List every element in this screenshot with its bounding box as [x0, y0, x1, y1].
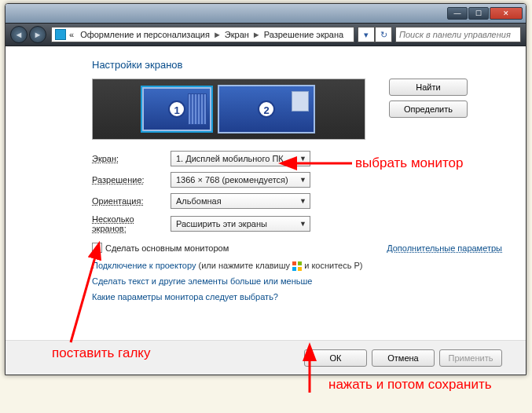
chevron-down-icon: ▼	[299, 220, 306, 228]
nav-forward-button[interactable]: ►	[29, 26, 46, 43]
minimize-button[interactable]: —	[447, 7, 468, 20]
content-area: Настройки экранов 1 2 Найти Определить Э…	[6, 48, 526, 375]
text-size-link[interactable]: Сделать текст и другие элементы больше и…	[92, 276, 312, 286]
ok-button[interactable]: ОК	[304, 349, 367, 367]
breadcrumb-sep: ►	[213, 30, 222, 39]
page-title: Настройки экранов	[92, 59, 502, 71]
which-settings-link[interactable]: Какие параметры монитора следует выбрать…	[92, 292, 278, 302]
monitor-badge: 1	[168, 101, 185, 118]
advanced-settings-link[interactable]: Дополнительные параметры	[387, 243, 502, 253]
multi-value: Расширить эти экраны	[176, 219, 267, 228]
make-primary-checkbox[interactable]	[92, 243, 102, 253]
breadcrumb-root[interactable]: «	[69, 30, 74, 39]
cancel-button[interactable]: Отмена	[372, 349, 435, 367]
annotation-press-save: нажать и потом сохранить	[328, 377, 492, 393]
address-dropdown-button[interactable]: ▾	[358, 27, 375, 42]
multi-display-dropdown[interactable]: Расширить эти экраны ▼	[171, 216, 310, 232]
make-primary-label: Сделать основным монитором	[105, 243, 229, 253]
breadcrumb-item-appearance[interactable]: Оформление и персонализация	[80, 30, 210, 39]
projector-hint-text: (или нажмите клавишу	[199, 261, 291, 270]
dialog-footer: ОК Отмена Применить	[6, 340, 526, 375]
links-block: Подключение к проектору (или нажмите кла…	[92, 258, 502, 305]
control-panel-icon	[55, 29, 66, 40]
monitor-preview-area[interactable]: 1 2	[92, 79, 365, 140]
breadcrumb-sep: ►	[252, 30, 261, 39]
orientation-value: Альбомная	[176, 196, 222, 206]
nav-back-button[interactable]: ◄	[10, 26, 28, 43]
maximize-button[interactable]: ☐	[468, 7, 489, 20]
close-button[interactable]: ✕	[490, 7, 523, 20]
refresh-button[interactable]: ↻	[375, 27, 392, 42]
breadcrumb-item-resolution[interactable]: Разрешение экрана	[264, 30, 343, 39]
projector-hint-text2: и коснитесь P)	[304, 261, 362, 270]
chevron-down-icon: ▼	[299, 155, 306, 163]
chevron-down-icon: ▼	[299, 197, 306, 205]
detect-button[interactable]: Определить	[389, 101, 468, 118]
multi-label: Несколько экранов:	[92, 214, 171, 233]
find-button[interactable]: Найти	[389, 79, 468, 96]
windows-key-icon	[292, 261, 302, 271]
control-panel-window: — ☐ ✕ ◄ ► « Оформление и персонализация …	[5, 3, 526, 375]
resolution-dropdown[interactable]: 1366 × 768 (рекомендуется) ▼	[171, 172, 310, 188]
connect-projector-link[interactable]: Подключение к проектору	[92, 261, 196, 270]
screen-dropdown[interactable]: 1. Дисплей мобильного ПК ▼	[171, 151, 310, 166]
apply-button[interactable]: Применить	[439, 349, 502, 367]
orientation-label: Ориентация:	[92, 196, 171, 206]
monitor-1[interactable]: 1	[142, 87, 211, 131]
chevron-down-icon: ▼	[299, 176, 306, 184]
breadcrumb-item-display[interactable]: Экран	[225, 30, 249, 39]
orientation-dropdown[interactable]: Альбомная ▼	[171, 193, 310, 209]
screen-value: 1. Дисплей мобильного ПК	[176, 154, 284, 163]
monitor-decoration	[292, 91, 309, 111]
monitor-badge: 2	[258, 101, 275, 118]
screen-label: Экран:	[92, 154, 171, 163]
monitor-2[interactable]: 2	[218, 85, 315, 133]
nav-toolbar: ◄ ► « Оформление и персонализация ► Экра…	[6, 23, 526, 46]
window-titlebar: — ☐ ✕	[6, 4, 526, 23]
monitor-decoration	[188, 93, 207, 125]
resolution-label: Разрешение:	[92, 175, 171, 185]
resolution-value: 1366 × 768 (рекомендуется)	[176, 175, 288, 185]
address-bar[interactable]: « Оформление и персонализация ► Экран ► …	[51, 27, 354, 42]
search-input[interactable]	[395, 27, 521, 42]
